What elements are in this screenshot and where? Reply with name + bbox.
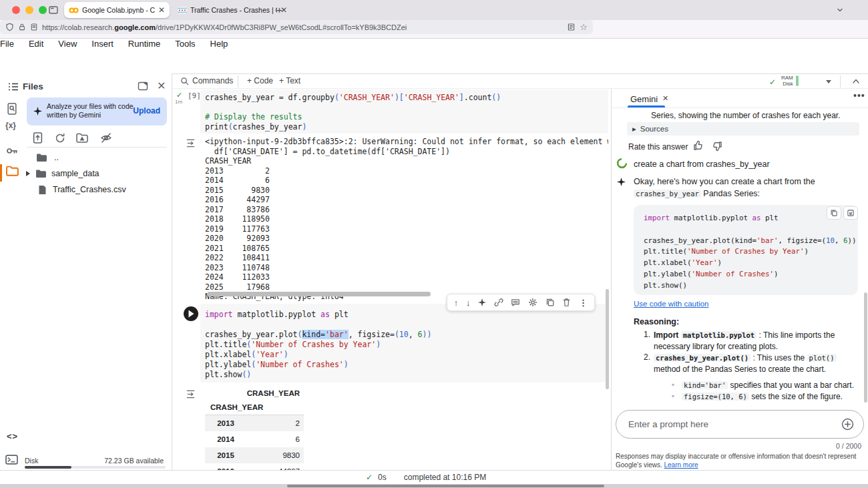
- menu-file[interactable]: File: [0, 39, 14, 49]
- terminal-icon[interactable]: [5, 454, 18, 465]
- code-snippets-icon[interactable]: <>: [7, 431, 18, 441]
- runtime-dropdown-icon[interactable]: [825, 79, 832, 84]
- insert-code-icon[interactable]: [843, 206, 858, 220]
- window-close-button[interactable]: [12, 6, 20, 14]
- run-cell-button[interactable]: [184, 306, 198, 321]
- menu-view[interactable]: View: [58, 39, 77, 49]
- code-line: crashes_by_year.plot(kind='bar', figsize…: [644, 236, 857, 247]
- collapse-panel-chevron-icon[interactable]: [852, 78, 860, 84]
- disk-label: Disk: [25, 457, 38, 465]
- horizontal-scrollbar[interactable]: [207, 292, 431, 296]
- close-files-panel-icon[interactable]: ✕: [157, 79, 166, 92]
- browser-tab-colab[interactable]: Google Colab.ipynb - Colab ✕: [64, 2, 170, 18]
- move-cell-up-icon[interactable]: ↑: [454, 298, 459, 307]
- search-icon[interactable]: [6, 103, 18, 115]
- table-row: 20159830: [205, 447, 304, 463]
- code-editor[interactable]: crashes_by_year = df.groupby('CRASH_YEAR…: [200, 89, 608, 132]
- prompt-input[interactable]: Enter a prompt here: [616, 410, 864, 439]
- reader-mode-icon[interactable]: [567, 23, 576, 31]
- gemini-scrollbar[interactable]: [864, 292, 867, 403]
- sources-arrow-icon: ▸: [632, 124, 636, 134]
- menu-runtime[interactable]: Runtime: [128, 39, 160, 49]
- output-icon[interactable]: [186, 138, 196, 148]
- copy-link-icon[interactable]: [494, 298, 503, 307]
- table-of-contents-icon[interactable]: [8, 82, 19, 91]
- page-horizontal-scrollbar[interactable]: [287, 485, 604, 487]
- variables-icon[interactable]: {x}: [5, 121, 16, 130]
- add-code-button[interactable]: + Code: [247, 76, 273, 85]
- add-text-button[interactable]: + Text: [279, 76, 300, 85]
- gemini-tab-close-icon[interactable]: ✕: [662, 94, 668, 103]
- lock-icon[interactable]: [18, 23, 26, 31]
- tree-item-traffic-crashes-csv[interactable]: Traffic_Crashes.csv: [38, 182, 126, 198]
- url-bar[interactable]: https://colab.research.google.com/drive/…: [0, 20, 593, 34]
- browser-tab-traffic-crashes[interactable]: Traffic Crashes - Crashes | City ✕: [175, 3, 290, 17]
- commands-search-icon[interactable]: [180, 77, 189, 85]
- menu-tools[interactable]: Tools: [175, 39, 195, 49]
- menu-help[interactable]: Help: [210, 39, 228, 49]
- code-cell-2[interactable]: import matplotlib.pyplot as plt crashes_…: [200, 304, 608, 383]
- refresh-icon[interactable]: [55, 133, 65, 144]
- move-cell-down-icon[interactable]: ↓: [466, 298, 471, 307]
- copy-code-icon[interactable]: [827, 206, 841, 220]
- window-zoom-button[interactable]: [39, 6, 47, 14]
- url-text[interactable]: https://colab.research.google.com/drive/…: [42, 23, 563, 31]
- code-line: 2013 2: [205, 167, 608, 177]
- menu-edit[interactable]: Edit: [29, 39, 43, 49]
- connected-check-icon[interactable]: ✓: [769, 77, 776, 87]
- sources-expander[interactable]: ▸ Sources: [627, 122, 859, 136]
- disk-meter: [797, 75, 799, 86]
- open-in-tab-icon[interactable]: [138, 81, 148, 91]
- permissions-icon[interactable]: [30, 23, 38, 31]
- browser-tab-bar: Google Colab.ipynb - Colab ✕ Traffic Cra…: [0, 0, 868, 20]
- gemini-code-block[interactable]: import matplotlib.pyplot as plt crashes_…: [644, 213, 857, 292]
- mirror-cell-icon[interactable]: [546, 298, 555, 307]
- code-cell-1[interactable]: crashes_by_year = df.groupby('CRASH_YEAR…: [200, 89, 608, 134]
- expand-chevron-icon[interactable]: [25, 170, 31, 177]
- code-line: <ipython-input-9-2db3bffca835>:2: UserWa…: [205, 138, 608, 148]
- reasoning-sub-2: figsize=(10, 6) sets the size of the fig…: [682, 391, 859, 403]
- list-number: 1.: [644, 330, 650, 339]
- files-folder-icon-active[interactable]: [6, 166, 19, 176]
- tab-title: Traffic Crashes - Crashes | City: [190, 6, 277, 14]
- upload-button[interactable]: Upload: [133, 106, 160, 115]
- code-line: 2023 110748: [205, 264, 608, 274]
- gemini-tab[interactable]: Gemini: [630, 94, 658, 104]
- reasoning-heading: Reasoning:: [634, 317, 679, 326]
- mount-drive-icon[interactable]: [76, 133, 88, 143]
- notebook-scrollbar[interactable]: [606, 289, 609, 389]
- tree-item-parent-dir[interactable]: ..: [36, 150, 59, 166]
- resource-monitor[interactable]: RAMDisk: [781, 75, 799, 87]
- add-comment-icon[interactable]: [511, 298, 520, 307]
- firefox-view-icon[interactable]: [48, 5, 59, 15]
- add-context-plus-icon[interactable]: [841, 418, 854, 431]
- menu-bar: File Edit View Insert Runtime Tools Help: [0, 39, 868, 49]
- secrets-key-icon[interactable]: [6, 146, 18, 156]
- tab-close-icon[interactable]: ✕: [158, 6, 165, 14]
- folder-open-icon: [36, 153, 47, 162]
- more-actions-kebab-icon[interactable]: ⋮: [579, 298, 588, 307]
- thumbs-up-icon[interactable]: [693, 140, 704, 151]
- commands-button[interactable]: Commands: [192, 76, 233, 85]
- gemini-reply-intro: Okay, here's how you can create a chart …: [634, 176, 857, 200]
- gemini-more-menu-icon[interactable]: •••: [853, 90, 865, 101]
- code-line: 2014 6: [205, 176, 608, 186]
- code-line: print(crashes_by_year): [205, 122, 608, 132]
- tab-list-chevron-icon[interactable]: [836, 6, 844, 14]
- gemini-cell-icon[interactable]: [478, 298, 486, 306]
- output-icon[interactable]: [186, 389, 196, 399]
- delete-cell-icon[interactable]: [562, 298, 571, 307]
- thumbs-down-icon[interactable]: [712, 141, 722, 152]
- learn-more-link[interactable]: Learn more: [664, 461, 698, 469]
- menu-insert[interactable]: Insert: [91, 39, 114, 49]
- upload-file-icon[interactable]: [32, 132, 43, 144]
- code-editor[interactable]: import matplotlib.pyplot as plt crashes_…: [200, 304, 608, 380]
- bookmark-star-icon[interactable]: ☆: [580, 22, 588, 32]
- window-minimize-button[interactable]: [25, 6, 33, 14]
- editor-settings-gear-icon[interactable]: [528, 298, 537, 307]
- tree-item-sample-data[interactable]: sample_data: [25, 166, 99, 182]
- new-tab-button[interactable]: +: [276, 4, 282, 15]
- cell-execution-count[interactable]: [9]: [188, 91, 201, 100]
- hide-hidden-files-icon[interactable]: [100, 132, 112, 144]
- use-code-with-caution-link[interactable]: Use code with caution: [634, 300, 709, 308]
